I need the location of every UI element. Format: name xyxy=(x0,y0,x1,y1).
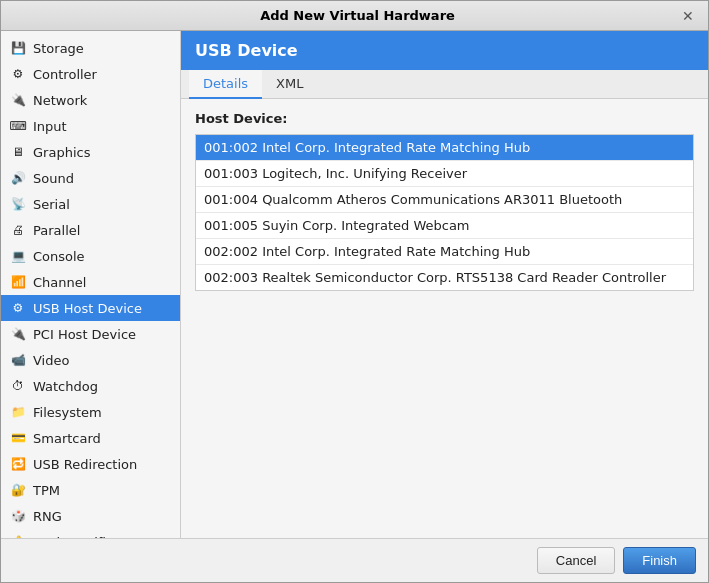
sidebar-label-tpm: TPM xyxy=(33,483,60,498)
close-button[interactable]: ✕ xyxy=(676,6,700,26)
device-item-dev6[interactable]: 002:003 Realtek Semiconductor Corp. RTS5… xyxy=(196,265,693,290)
device-item-dev1[interactable]: 001:002 Intel Corp. Integrated Rate Matc… xyxy=(196,135,693,161)
main-panel: USB Device DetailsXML Host Device: 001:0… xyxy=(181,31,708,538)
device-item-dev5[interactable]: 002:002 Intel Corp. Integrated Rate Matc… xyxy=(196,239,693,265)
storage-icon: 💾 xyxy=(9,39,27,57)
sidebar-item-smartcard[interactable]: 💳Smartcard xyxy=(1,425,180,451)
tpm-icon: 🔐 xyxy=(9,481,27,499)
host-device-label: Host Device: xyxy=(195,111,694,126)
sidebar-label-smartcard: Smartcard xyxy=(33,431,101,446)
titlebar: Add New Virtual Hardware ✕ xyxy=(1,1,708,31)
serial-icon: 📡 xyxy=(9,195,27,213)
sidebar-label-storage: Storage xyxy=(33,41,84,56)
device-list: 001:002 Intel Corp. Integrated Rate Matc… xyxy=(195,134,694,291)
sidebar-label-filesystem: Filesystem xyxy=(33,405,102,420)
sidebar-item-usb-host-device[interactable]: ⚙USB Host Device xyxy=(1,295,180,321)
sidebar-item-serial[interactable]: 📡Serial xyxy=(1,191,180,217)
sidebar-item-parallel[interactable]: 🖨Parallel xyxy=(1,217,180,243)
window: Add New Virtual Hardware ✕ 💾Storage⚙Cont… xyxy=(0,0,709,583)
sidebar-label-watchdog: Watchdog xyxy=(33,379,98,394)
sidebar-label-rng: RNG xyxy=(33,509,62,524)
parallel-icon: 🖨 xyxy=(9,221,27,239)
sidebar-label-usb-redirection: USB Redirection xyxy=(33,457,137,472)
sidebar-label-parallel: Parallel xyxy=(33,223,80,238)
finish-button[interactable]: Finish xyxy=(623,547,696,574)
sidebar-item-input[interactable]: ⌨Input xyxy=(1,113,180,139)
graphics-icon: 🖥 xyxy=(9,143,27,161)
sidebar-label-input: Input xyxy=(33,119,67,134)
smartcard-icon: 💳 xyxy=(9,429,27,447)
panel-body: Host Device: 001:002 Intel Corp. Integra… xyxy=(181,99,708,538)
sidebar-item-controller[interactable]: ⚙Controller xyxy=(1,61,180,87)
sidebar-label-graphics: Graphics xyxy=(33,145,90,160)
content-area: 💾Storage⚙Controller🔌Network⌨Input🖥Graphi… xyxy=(1,31,708,538)
sidebar-item-graphics[interactable]: 🖥Graphics xyxy=(1,139,180,165)
sidebar-item-filesystem[interactable]: 📁Filesystem xyxy=(1,399,180,425)
video-icon: 📹 xyxy=(9,351,27,369)
sidebar-label-pci-host-device: PCI Host Device xyxy=(33,327,136,342)
console-icon: 💻 xyxy=(9,247,27,265)
sidebar-item-channel[interactable]: 📶Channel xyxy=(1,269,180,295)
input-icon: ⌨ xyxy=(9,117,27,135)
sidebar-item-rng[interactable]: 🎲RNG xyxy=(1,503,180,529)
sidebar-label-channel: Channel xyxy=(33,275,86,290)
footer: Cancel Finish xyxy=(1,538,708,582)
watchdog-icon: ⏱ xyxy=(9,377,27,395)
filesystem-icon: 📁 xyxy=(9,403,27,421)
device-item-dev2[interactable]: 001:003 Logitech, Inc. Unifying Receiver xyxy=(196,161,693,187)
sound-icon: 🔊 xyxy=(9,169,27,187)
channel-icon: 📶 xyxy=(9,273,27,291)
network-icon: 🔌 xyxy=(9,91,27,109)
sidebar: 💾Storage⚙Controller🔌Network⌨Input🖥Graphi… xyxy=(1,31,181,538)
sidebar-label-serial: Serial xyxy=(33,197,70,212)
usb-redirection-icon: 🔁 xyxy=(9,455,27,473)
sidebar-item-storage[interactable]: 💾Storage xyxy=(1,35,180,61)
window-title: Add New Virtual Hardware xyxy=(39,8,676,23)
sidebar-item-network[interactable]: 🔌Network xyxy=(1,87,180,113)
device-item-dev3[interactable]: 001:004 Qualcomm Atheros Communications … xyxy=(196,187,693,213)
panel-header: USB Device xyxy=(181,31,708,70)
tab-xml[interactable]: XML xyxy=(262,70,317,99)
cancel-button[interactable]: Cancel xyxy=(537,547,615,574)
sidebar-label-sound: Sound xyxy=(33,171,74,186)
sidebar-label-controller: Controller xyxy=(33,67,97,82)
rng-icon: 🎲 xyxy=(9,507,27,525)
sidebar-item-console[interactable]: 💻Console xyxy=(1,243,180,269)
sidebar-item-watchdog[interactable]: ⏱Watchdog xyxy=(1,373,180,399)
tab-details[interactable]: Details xyxy=(189,70,262,99)
usb-host-device-icon: ⚙ xyxy=(9,299,27,317)
sidebar-label-console: Console xyxy=(33,249,85,264)
sidebar-label-usb-host-device: USB Host Device xyxy=(33,301,142,316)
pci-host-device-icon: 🔌 xyxy=(9,325,27,343)
controller-icon: ⚙ xyxy=(9,65,27,83)
sidebar-label-network: Network xyxy=(33,93,87,108)
sidebar-item-panic-notifier[interactable]: 🔔Panic Notifier xyxy=(1,529,180,538)
sidebar-item-pci-host-device[interactable]: 🔌PCI Host Device xyxy=(1,321,180,347)
sidebar-label-video: Video xyxy=(33,353,69,368)
sidebar-item-tpm[interactable]: 🔐TPM xyxy=(1,477,180,503)
device-item-dev4[interactable]: 001:005 Suyin Corp. Integrated Webcam xyxy=(196,213,693,239)
tabs-bar: DetailsXML xyxy=(181,70,708,99)
sidebar-item-sound[interactable]: 🔊Sound xyxy=(1,165,180,191)
sidebar-item-video[interactable]: 📹Video xyxy=(1,347,180,373)
sidebar-item-usb-redirection[interactable]: 🔁USB Redirection xyxy=(1,451,180,477)
